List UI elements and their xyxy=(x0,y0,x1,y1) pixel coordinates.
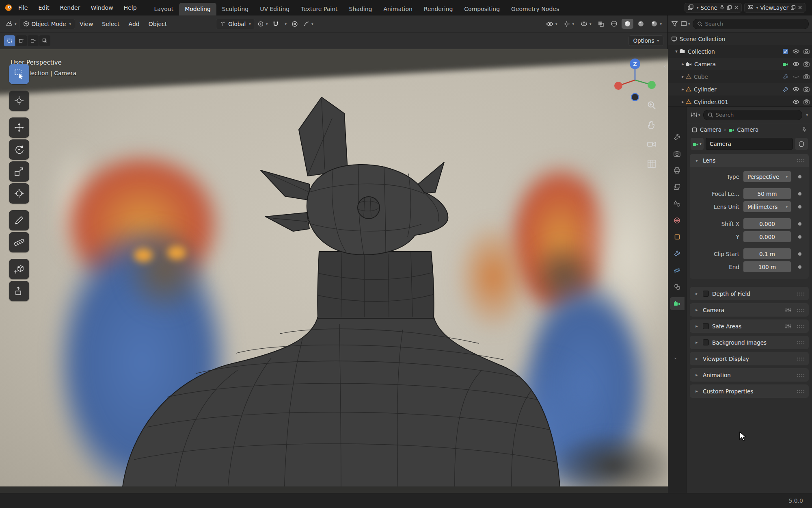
clip-end-field[interactable]: 100 m xyxy=(743,261,791,272)
workspace-tab-shading[interactable]: Shading xyxy=(343,3,378,15)
select-box-tool[interactable] xyxy=(9,64,29,84)
outliner-item-label[interactable]: Cube xyxy=(694,74,708,80)
outliner-item-label[interactable]: Cylinder xyxy=(694,86,717,93)
shading-solid-button[interactable] xyxy=(622,19,633,29)
gizmo-z-negative-axis[interactable] xyxy=(631,93,639,101)
outliner-search-input[interactable] xyxy=(705,21,804,27)
editor-type-button[interactable]: ▾ xyxy=(3,19,19,29)
shift-x-field[interactable]: 0.000 xyxy=(743,218,791,229)
animate-dot-icon[interactable] xyxy=(798,175,801,178)
workspace-tab-animation[interactable]: Animation xyxy=(378,3,418,15)
disclosure-closed-icon[interactable]: ▸ xyxy=(680,87,686,92)
new-viewlayer-icon[interactable] xyxy=(790,5,796,10)
depth-of-field-checkbox[interactable] xyxy=(703,291,709,297)
disclosure-open-icon[interactable]: ▾ xyxy=(674,49,679,54)
workspace-tab-texture-paint[interactable]: Texture Paint xyxy=(295,3,343,15)
panel-animation[interactable]: ▸ Animation xyxy=(690,368,809,382)
tab-render[interactable] xyxy=(670,147,685,160)
menu-add[interactable]: Add xyxy=(124,21,144,27)
drag-grip-icon[interactable] xyxy=(797,341,805,345)
animate-dot-icon[interactable] xyxy=(798,222,801,226)
shading-wireframe-button[interactable] xyxy=(608,19,620,29)
panel-custom-properties[interactable]: ▸ Custom Properties xyxy=(690,384,809,398)
tab-object-data[interactable] xyxy=(670,297,685,310)
select-mode-set-button[interactable] xyxy=(4,35,15,46)
gizmo-x-axis[interactable] xyxy=(614,82,622,90)
properties-search[interactable] xyxy=(703,110,803,120)
outliner-row-cylinder[interactable]: ▸ Cylinder xyxy=(668,83,812,96)
close-icon[interactable] xyxy=(798,5,802,10)
hide-eye-icon[interactable] xyxy=(793,49,799,54)
workspace-tab-sculpting[interactable]: Sculpting xyxy=(216,3,254,15)
blender-logo-icon[interactable] xyxy=(4,3,13,12)
safe-areas-checkbox[interactable] xyxy=(703,323,709,329)
tab-physics[interactable] xyxy=(670,264,685,277)
camera-data-icon[interactable] xyxy=(782,61,788,67)
shift-y-field[interactable]: 0.000 xyxy=(743,231,791,242)
outliner-item-label[interactable]: Collection xyxy=(688,48,715,55)
animate-dot-icon[interactable] xyxy=(798,265,801,269)
disable-render-icon[interactable] xyxy=(803,74,810,79)
navigation-gizmo[interactable]: Z xyxy=(611,56,659,104)
properties-editor-icon[interactable]: ▾ xyxy=(691,111,700,118)
disable-render-icon[interactable] xyxy=(803,49,810,54)
move-tool[interactable] xyxy=(9,117,29,138)
add-cube-tool[interactable] xyxy=(9,259,29,279)
disclosure-closed-icon[interactable]: ▸ xyxy=(680,74,686,79)
disable-render-icon[interactable] xyxy=(803,99,810,104)
workspace-tab-rendering[interactable]: Rendering xyxy=(418,3,459,15)
disable-render-icon[interactable] xyxy=(803,61,810,67)
pin-icon[interactable] xyxy=(801,127,807,132)
pivot-point-button[interactable]: ▾ xyxy=(255,19,270,29)
chevron-down-icon[interactable]: ▾ xyxy=(806,113,808,117)
panel-background-images[interactable]: ▸ Background Images xyxy=(690,336,809,349)
outliner-item-label[interactable]: Cylinder.001 xyxy=(694,99,728,105)
show-hide-dropdown[interactable]: ▾ xyxy=(544,20,560,28)
workspace-tab-geometry-nodes[interactable]: Geometry Nodes xyxy=(505,3,565,15)
disclosure-closed-icon[interactable]: ▸ xyxy=(680,61,686,67)
camera-data-browse-button[interactable]: ▾ xyxy=(691,138,704,150)
tab-object[interactable] xyxy=(670,230,685,243)
options-dropdown[interactable]: Options ▾ xyxy=(628,35,663,46)
presets-sliders-icon[interactable] xyxy=(785,324,791,329)
breadcrumb-data[interactable]: Camera xyxy=(737,126,758,133)
menu-help[interactable]: Help xyxy=(119,0,142,15)
tab-tool[interactable] xyxy=(670,130,685,143)
close-icon[interactable] xyxy=(734,5,739,10)
focal-length-field[interactable]: 50 mm xyxy=(743,188,791,199)
panel-depth-of-field[interactable]: ▸ Depth of Field xyxy=(690,287,809,300)
type-dropdown[interactable]: Perspective▾ xyxy=(743,171,791,182)
workspace-tab-layout[interactable]: Layout xyxy=(149,3,179,15)
pan-hand-icon[interactable] xyxy=(645,118,658,131)
animate-dot-icon[interactable] xyxy=(798,192,801,195)
extrude-tool[interactable] xyxy=(9,281,29,301)
panel-viewport-display[interactable]: ▸ Viewport Display xyxy=(690,352,809,365)
lens-panel-header[interactable]: ▾ Lens xyxy=(690,154,809,167)
duplicate-scene-icon[interactable] xyxy=(727,5,732,10)
transform-tool[interactable] xyxy=(9,183,29,204)
outliner-row-cylinder-001[interactable]: ▸ Cylinder.001 xyxy=(668,96,812,106)
animate-dot-icon[interactable] xyxy=(798,205,801,208)
hide-eye-closed-icon[interactable] xyxy=(793,74,799,79)
measure-tool[interactable] xyxy=(9,232,29,252)
workspace-tab-uv-editing[interactable]: UV Editing xyxy=(254,3,295,15)
menu-view[interactable]: View xyxy=(75,21,97,27)
menu-object[interactable]: Object xyxy=(144,21,172,27)
disclosure-closed-icon[interactable]: ▸ xyxy=(680,99,686,104)
presets-sliders-icon[interactable] xyxy=(785,308,791,313)
viewport-canvas[interactable]: User Perspective (0) Collection | Camera xyxy=(0,49,668,493)
gizmo-y-axis[interactable] xyxy=(648,81,656,89)
proportional-edit-button[interactable] xyxy=(289,19,300,29)
breadcrumb-object[interactable]: Camera xyxy=(700,126,721,133)
animate-dot-icon[interactable] xyxy=(798,235,801,239)
scene-browse-icon[interactable] xyxy=(688,4,694,11)
tabs-overflow-chevron-icon[interactable]: ⌄ xyxy=(674,355,677,360)
workspace-tab-compositing[interactable]: Compositing xyxy=(458,3,505,15)
background-images-checkbox[interactable] xyxy=(703,339,709,345)
tab-constraints[interactable] xyxy=(670,280,685,293)
snap-magnet-button[interactable] xyxy=(270,19,281,29)
sidebar-collapse-handle[interactable]: ‹ xyxy=(664,62,666,70)
select-mode-extend-button[interactable] xyxy=(16,35,27,46)
tab-view-layer[interactable] xyxy=(670,180,685,193)
proportional-falloff-button[interactable]: ▾ xyxy=(300,19,316,29)
